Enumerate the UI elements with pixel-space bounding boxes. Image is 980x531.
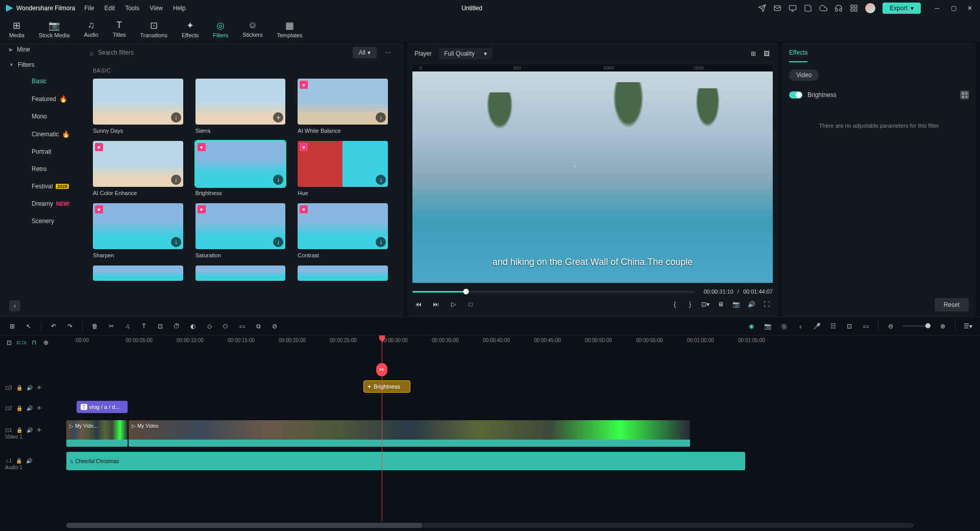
mixer-icon[interactable]: ☷: [829, 322, 837, 330]
zoom-slider[interactable]: [903, 325, 930, 327]
track-effects[interactable]: ✦ Brightness: [66, 377, 980, 398]
filter-card-ai-white-balance[interactable]: ♥↓AI White Balance: [298, 79, 388, 134]
mark-out-icon[interactable]: }: [686, 300, 694, 308]
marker-icon[interactable]: ⬨: [796, 322, 804, 330]
tab-transitions[interactable]: ⊡Transitions: [140, 20, 167, 38]
timer-icon[interactable]: ⏲: [222, 322, 230, 330]
export-button[interactable]: Export ▾: [883, 3, 921, 14]
download-icon[interactable]: ↓: [273, 237, 283, 247]
grid-view-icon[interactable]: ⊞: [749, 50, 757, 58]
filter-card-sierra[interactable]: +Sierra: [195, 79, 286, 134]
track-video[interactable]: ▷My Vide... ▷My Video: [66, 418, 980, 449]
filter-card-saturation[interactable]: ♥↓Saturation: [195, 203, 286, 258]
cloud-icon[interactable]: [819, 4, 827, 12]
record-icon[interactable]: ◉: [747, 322, 755, 330]
save-icon[interactable]: [804, 4, 812, 12]
keyframe-icon[interactable]: ◇: [205, 322, 213, 330]
track-layout-icon[interactable]: ⊡: [5, 339, 13, 347]
list-icon[interactable]: ☰▾: [964, 322, 972, 330]
grid-preset-icon[interactable]: [961, 91, 969, 99]
ratio-icon[interactable]: ⊡▾: [701, 300, 709, 308]
monitor-icon[interactable]: [789, 4, 797, 12]
timeline-ruler[interactable]: :00:0000:00:05:0000:00:10:0000:00:15:000…: [66, 335, 980, 350]
display-icon[interactable]: 🖥: [717, 300, 725, 308]
sidebar-item-scenery[interactable]: Scenery: [0, 212, 87, 230]
avatar[interactable]: [865, 3, 875, 13]
stop-button[interactable]: □: [467, 300, 475, 308]
headphones-icon[interactable]: [835, 4, 843, 12]
message-icon[interactable]: [773, 4, 781, 12]
sidebar-mine[interactable]: ▶ Mine: [0, 42, 87, 57]
tab-stock-media[interactable]: 📷Stock Media: [39, 20, 70, 38]
cut-marker[interactable]: ✂: [376, 363, 387, 376]
collapse-sidebar-button[interactable]: ‹: [9, 300, 20, 311]
color-icon[interactable]: ◐: [189, 322, 197, 330]
more-button[interactable]: ⋯: [382, 49, 394, 56]
mask-icon[interactable]: ▭: [238, 322, 246, 330]
filter-card-hue[interactable]: ♥↓Hue: [298, 141, 388, 196]
maximize-button[interactable]: ▢: [949, 4, 958, 12]
progress-bar[interactable]: 00:00:31:10 / 00:01:44:07: [412, 287, 773, 296]
sidebar-item-festival[interactable]: Festival2025: [0, 178, 87, 195]
filter-card[interactable]: [298, 266, 388, 281]
split-button[interactable]: ✂: [107, 322, 115, 330]
adjust-icon[interactable]: ⊡: [845, 322, 853, 330]
music-icon[interactable]: ♫: [124, 322, 132, 330]
sidebar-filters[interactable]: ▼ Filters: [0, 57, 87, 73]
tab-effects[interactable]: ✦Effects: [182, 20, 199, 38]
sidebar-item-cinematic[interactable]: Cinematic🔥: [0, 125, 87, 143]
tab-titles[interactable]: TTitles: [113, 20, 126, 38]
prev-frame-button[interactable]: ⏮: [414, 300, 423, 308]
audio-clip[interactable]: ♫Cheerful Christmas: [66, 452, 745, 470]
snapshot-icon[interactable]: 📷: [732, 300, 740, 308]
step-back-button[interactable]: ⏭: [432, 300, 440, 308]
zoom-out-button[interactable]: ⊖: [887, 322, 895, 330]
select-icon[interactable]: ↖: [24, 322, 33, 330]
undo-button[interactable]: ↶: [50, 322, 58, 330]
download-icon[interactable]: ↓: [171, 175, 181, 185]
download-icon[interactable]: ↓: [171, 237, 181, 247]
menu-file[interactable]: File: [84, 5, 94, 12]
video-clip-2[interactable]: ▷My Video: [129, 420, 690, 447]
download-icon[interactable]: ↓: [171, 112, 181, 123]
track-header-video1[interactable]: ⊡1🔒🔊👁 Video 1: [0, 418, 66, 449]
mark-in-icon[interactable]: {: [671, 300, 679, 308]
sidebar-item-portrait[interactable]: Portrait: [0, 143, 87, 160]
menu-tools[interactable]: Tools: [125, 5, 139, 12]
download-icon[interactable]: ↓: [273, 175, 283, 185]
send-icon[interactable]: [758, 4, 766, 12]
minimize-button[interactable]: ─: [933, 4, 941, 12]
filter-all-button[interactable]: All ▾: [353, 47, 377, 58]
volume-icon[interactable]: 🔊: [747, 300, 755, 308]
search-input[interactable]: ⌕ Search filters: [90, 49, 348, 57]
download-icon[interactable]: ↓: [376, 112, 386, 123]
effects-tab[interactable]: Effects: [789, 47, 807, 62]
text-clip[interactable]: T vlog / a / d...: [77, 401, 128, 413]
timeline-tracks[interactable]: :00:0000:00:05:0000:00:10:0000:00:15:000…: [66, 335, 980, 521]
track-header-2[interactable]: ⊡2🔒🔊👁: [0, 398, 66, 418]
tab-stickers[interactable]: ☺Stickers: [242, 20, 262, 38]
tab-audio[interactable]: ♫Audio: [84, 20, 99, 38]
text-icon[interactable]: T: [140, 322, 148, 330]
play-button[interactable]: ▷: [449, 300, 457, 308]
sidebar-item-dreamy[interactable]: DreamyNEW!: [0, 195, 87, 212]
video-pill[interactable]: Video: [789, 69, 819, 81]
mic-icon[interactable]: 🎤: [813, 322, 821, 330]
filter-card-sharpen[interactable]: ♥↓Sharpen: [93, 203, 183, 258]
reset-button[interactable]: Reset: [935, 298, 969, 311]
redo-button[interactable]: ↷: [66, 322, 74, 330]
filter-card[interactable]: [93, 266, 183, 281]
menu-help[interactable]: Help: [173, 5, 186, 12]
sidebar-item-featured[interactable]: Featured🔥: [0, 90, 87, 108]
image-icon[interactable]: 🖼: [763, 50, 771, 58]
filter-card-brightness[interactable]: ♥↓Brightness: [195, 141, 286, 196]
sync-icon[interactable]: ⊕: [42, 339, 50, 347]
delete-button[interactable]: 🗑: [91, 322, 99, 330]
track-text[interactable]: T vlog / a / d...: [66, 398, 980, 418]
tab-templates[interactable]: ▦Templates: [277, 20, 302, 38]
preview-video[interactable]: and hiking on the Great Wall of China.Th…: [412, 71, 773, 283]
menu-edit[interactable]: Edit: [105, 5, 115, 12]
link-icon[interactable]: ⊂⊃: [17, 339, 26, 347]
group-icon[interactable]: ⧉: [254, 322, 262, 330]
crop-icon[interactable]: ⊡: [156, 322, 164, 330]
